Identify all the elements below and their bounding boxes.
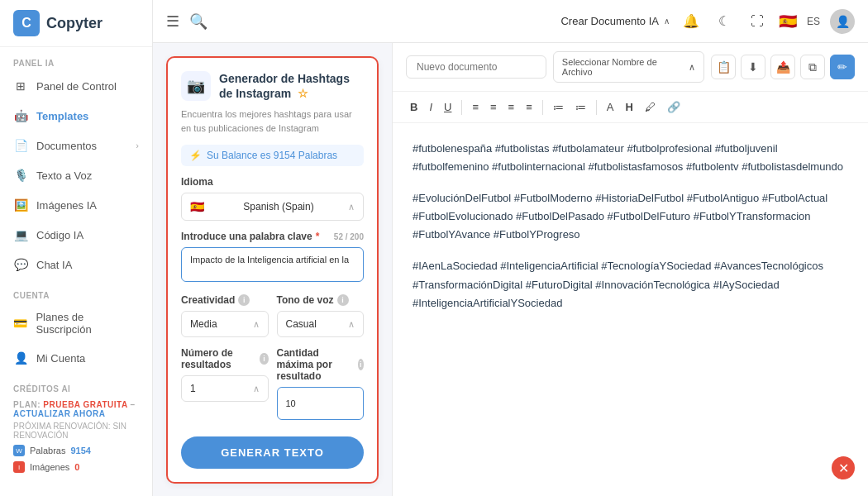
keyword-input[interactable] xyxy=(181,247,364,282)
chevron-down-icon: ∧ xyxy=(348,319,355,330)
sidebar-item-label: Mi Cuenta xyxy=(36,352,85,365)
keyword-label: Introduce una palabra clave * 52 / 200 xyxy=(181,231,364,242)
fullscreen-button[interactable]: ⛶ xyxy=(746,10,769,33)
sidebar-item-planes[interactable]: 💳 Planes de Suscripción xyxy=(0,303,152,343)
copy-icon-btn[interactable]: 📋 xyxy=(711,55,736,79)
duplicate-icon-btn[interactable]: ⧉ xyxy=(800,55,825,79)
sidebar-item-chat-ia[interactable]: 💬 Chat IA xyxy=(0,250,152,279)
tono-info-icon[interactable]: i xyxy=(337,294,349,306)
creatividad-value: Media xyxy=(190,318,217,330)
balance-label: Su Balance es 9154 Palabras xyxy=(207,150,337,161)
heading-button[interactable]: H xyxy=(621,98,637,116)
separator xyxy=(542,100,543,115)
tool-description: Encuentra los mejores hashtags para usar… xyxy=(181,107,364,135)
logo-box: C xyxy=(13,10,40,36)
documentos-icon: 📄 xyxy=(13,138,28,153)
sidebar-item-panel-control[interactable]: ⊞ Panel de Control xyxy=(0,71,152,101)
creatividad-info-icon[interactable]: i xyxy=(238,294,250,306)
idioma-label: Idioma xyxy=(181,176,364,188)
sidebar-item-label: Código IA xyxy=(36,229,83,241)
hashtag-block-3: #IAenLaSociedad #InteligenciaArtificial … xyxy=(413,257,848,312)
edit-icon-btn[interactable]: ✏ xyxy=(830,55,855,79)
images-count: 0 xyxy=(74,462,79,472)
crear-documento-button[interactable]: Crear Documento IA ∧ xyxy=(560,15,670,27)
sidebar-item-imagenes-ia[interactable]: 🖼️ Imágenes IA xyxy=(0,190,152,220)
list-button[interactable]: ≔ xyxy=(549,98,568,116)
share-icon-btn[interactable]: 📤 xyxy=(770,55,795,79)
language-value: Spanish (Spain) xyxy=(243,201,313,212)
sidebar-item-codigo-ia[interactable]: 💻 Código IA xyxy=(0,220,152,250)
sidebar-item-label: Documentos xyxy=(36,140,97,152)
underline-button[interactable]: U xyxy=(440,98,455,116)
images-icon: I xyxy=(13,461,25,473)
sidebar-item-templates[interactable]: 🤖 Templates xyxy=(0,101,152,131)
crear-label: Crear Documento IA xyxy=(560,15,659,27)
link-button[interactable]: 🔗 xyxy=(663,98,684,116)
italic-button[interactable]: I xyxy=(425,98,436,116)
lang-label: ES xyxy=(807,16,820,27)
content-area: 📷 Generador de Hashtags de Instagram ☆ E… xyxy=(153,43,868,496)
chevron-down-icon: ∧ xyxy=(348,202,355,212)
file-name-label: Seleccionar Nombre de Archivo xyxy=(562,57,684,77)
close-button[interactable]: ✕ xyxy=(832,456,855,479)
num-results-info-icon[interactable]: i xyxy=(260,353,268,365)
search-icon[interactable]: 🔍 xyxy=(189,12,207,31)
notifications-button[interactable]: 🔔 xyxy=(680,10,703,33)
app-logo: C Copyter xyxy=(0,0,152,47)
bold-button[interactable]: B xyxy=(406,98,422,116)
chevron-down-icon: ∧ xyxy=(253,384,260,394)
images-label: Imágenes xyxy=(30,462,69,472)
flag-icon: 🇪🇸 xyxy=(779,12,797,31)
planes-icon: 💳 xyxy=(13,316,27,331)
file-name-button[interactable]: Seleccionar Nombre de Archivo ∧ xyxy=(553,51,704,83)
color-button[interactable]: 🖊 xyxy=(641,98,660,116)
char-count: 52 / 200 xyxy=(334,232,364,241)
right-panel: Seleccionar Nombre de Archivo ∧ 📋 ⬇ 📤 ⧉ … xyxy=(393,43,868,496)
font-size-button[interactable]: A xyxy=(603,98,618,116)
separator xyxy=(596,100,597,115)
max-qty-info-icon[interactable]: i xyxy=(358,359,364,370)
plan-upgrade-link[interactable]: ACTUALIZAR AHORA xyxy=(13,409,106,418)
doc-name-input[interactable] xyxy=(406,55,546,79)
language-select[interactable]: 🇪🇸 Spanish (Spain) ∧ xyxy=(181,193,364,221)
cuenta-icon: 👤 xyxy=(13,351,28,365)
chevron-down-icon: ∧ xyxy=(253,319,260,330)
download-icon-btn[interactable]: ⬇ xyxy=(741,55,765,79)
creatividad-label: Creatividad i xyxy=(181,294,269,306)
ordered-list-button[interactable]: ≔ xyxy=(571,98,590,116)
creatividad-tono-row: Creatividad i Media ∧ Tono de voz i xyxy=(181,294,364,337)
plan-label: PLAN: PRUEBA GRATUITA – ACTUALIZAR AHORA xyxy=(13,400,139,418)
align-center-button[interactable]: ≡ xyxy=(486,98,501,116)
max-qty-input[interactable] xyxy=(277,387,365,420)
plan-free-link[interactable]: PRUEBA GRATUITA xyxy=(43,400,127,409)
sidebar-item-texto-a-voz[interactable]: 🎙️ Texto a Voz xyxy=(0,160,152,190)
tono-select[interactable]: Casual ∧ xyxy=(277,311,365,337)
creatividad-select[interactable]: Media ∧ xyxy=(181,311,269,337)
sidebar-item-label: Imágenes IA xyxy=(36,199,97,212)
required-indicator: * xyxy=(316,231,320,242)
generate-button[interactable]: GENERAR TEXTO xyxy=(181,436,364,469)
panel-ia-section-label: PANEL IA xyxy=(0,47,152,71)
tool-card-header: 📷 Generador de Hashtags de Instagram ☆ xyxy=(181,71,364,101)
num-results-value: 1 xyxy=(190,383,196,394)
user-avatar[interactable]: 👤 xyxy=(830,9,855,34)
sidebar-item-mi-cuenta[interactable]: 👤 Mi Cuenta xyxy=(0,343,152,373)
sidebar-item-label: Texto a Voz xyxy=(36,169,92,182)
max-qty-group: Cantidad máxima por resultado i xyxy=(277,347,365,420)
sidebar-item-label: Panel de Control xyxy=(36,80,117,93)
align-left-button[interactable]: ≡ xyxy=(468,98,483,116)
sidebar: C Copyter PANEL IA ⊞ Panel de Control 🤖 … xyxy=(0,0,153,496)
dark-mode-button[interactable]: ☾ xyxy=(713,10,736,33)
star-icon[interactable]: ☆ xyxy=(298,87,308,100)
num-results-select[interactable]: 1 ∧ xyxy=(181,375,269,402)
menu-icon[interactable]: ☰ xyxy=(166,12,179,31)
grid-icon: ⊞ xyxy=(13,79,28,93)
bolt-icon: ⚡ xyxy=(189,150,202,161)
justify-button[interactable]: ≡ xyxy=(522,98,537,116)
editor-content[interactable]: #futbolenespaña #futbolistas #futbolamat… xyxy=(393,123,868,496)
sidebar-item-documentos[interactable]: 📄 Documentos › xyxy=(0,131,152,160)
max-qty-label: Cantidad máxima por resultado i xyxy=(277,347,365,382)
creatividad-group: Creatividad i Media ∧ xyxy=(181,294,269,337)
hashtag-block-1: #futbolenespaña #futbolistas #futbolamat… xyxy=(413,140,848,176)
align-right-button[interactable]: ≡ xyxy=(504,98,519,116)
